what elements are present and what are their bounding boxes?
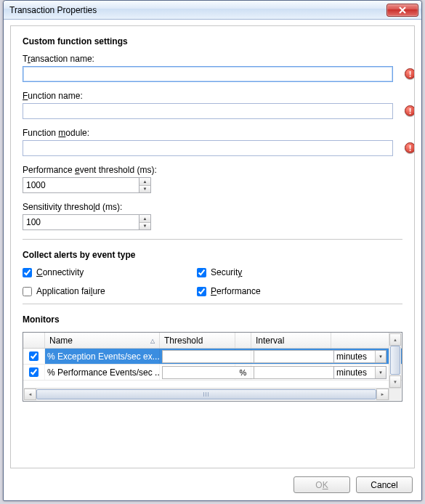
window-title: Transaction Properties: [9, 5, 386, 15]
row-interval-unit-select[interactable]: minutes▼: [333, 350, 386, 363]
table-row[interactable]: % Performance Events/sec ... ▲▼ % ▲▼ min…: [23, 365, 402, 381]
scroll-thumb[interactable]: [36, 389, 376, 399]
col-interval-unit[interactable]: [331, 333, 389, 348]
sensitivity-input[interactable]: [23, 214, 139, 230]
sort-asc-icon: △: [150, 338, 155, 344]
button-bar: OK Cancel: [294, 476, 413, 493]
monitors-grid: Name△ Threshold Interval % Exception Eve…: [23, 332, 402, 402]
scroll-thumb[interactable]: [390, 346, 400, 375]
scroll-up-icon[interactable]: ▲: [389, 333, 401, 346]
security-checkbox[interactable]: Security: [197, 267, 371, 277]
row-name: % Exception Events/sec ex...: [45, 349, 160, 364]
appfail-checkbox[interactable]: Application failure: [23, 286, 197, 296]
chevron-down-icon: ▼: [375, 367, 386, 378]
row-unit: %: [235, 365, 251, 380]
chevron-up-icon[interactable]: ▲: [139, 215, 150, 222]
chevron-down-icon[interactable]: ▼: [139, 185, 150, 193]
scroll-left-icon[interactable]: ◄: [24, 389, 36, 400]
error-icon: !: [405, 142, 415, 153]
divider: [23, 239, 402, 240]
close-button[interactable]: [386, 4, 418, 17]
performance-checkbox[interactable]: Performance: [197, 286, 371, 296]
section-custom-head: Custom function settings: [23, 36, 402, 46]
monitors-hscrollbar[interactable]: ◄ ►: [24, 388, 389, 400]
row-name: % Performance Events/sec ...: [45, 365, 160, 380]
error-icon: !: [405, 68, 415, 79]
function-module-label: Function module:: [23, 128, 402, 138]
row-unit: %: [235, 349, 251, 364]
title-bar[interactable]: Transaction Properties: [4, 1, 421, 20]
section-monitors-head: Monitors: [23, 314, 402, 325]
dialog-window: Transaction Properties Custom function s…: [3, 0, 422, 501]
function-name-input[interactable]: [23, 103, 393, 119]
divider: [23, 304, 402, 304]
scroll-down-icon[interactable]: ▼: [389, 375, 401, 388]
connectivity-checkbox[interactable]: Connectivity: [23, 267, 197, 277]
section-collect-head: Collect alerts by event type: [23, 250, 402, 260]
connectivity-check[interactable]: [23, 268, 32, 277]
col-interval[interactable]: Interval: [251, 333, 331, 348]
cancel-button[interactable]: Cancel: [356, 476, 413, 493]
function-name-label: Function name:: [23, 91, 402, 101]
dialog-content: Custom function settings Transaction nam…: [10, 25, 415, 468]
appfail-check[interactable]: [23, 287, 32, 296]
error-icon: !: [405, 105, 415, 116]
col-threshold[interactable]: Threshold: [160, 333, 235, 348]
function-module-input[interactable]: [23, 140, 393, 156]
scroll-track[interactable]: [389, 346, 401, 375]
col-name[interactable]: Name△: [45, 333, 160, 348]
transaction-name-input[interactable]: [23, 66, 393, 82]
perf-threshold-input[interactable]: [23, 177, 139, 193]
col-check[interactable]: [23, 333, 45, 348]
sensitivity-spinner[interactable]: ▲▼: [139, 214, 151, 230]
scroll-track[interactable]: [36, 389, 376, 400]
performance-check[interactable]: [197, 287, 206, 296]
chevron-down-icon: ▼: [375, 351, 386, 362]
row-interval-unit-select[interactable]: minutes▼: [333, 366, 386, 379]
perf-threshold-spinner[interactable]: ▲▼: [139, 177, 151, 193]
chevron-down-icon[interactable]: ▼: [139, 222, 150, 230]
monitors-header: Name△ Threshold Interval: [23, 333, 402, 349]
transaction-name-label: Transaction name:: [23, 54, 402, 64]
row-check[interactable]: [29, 351, 39, 361]
col-unit[interactable]: [235, 333, 251, 348]
scroll-corner: [389, 388, 401, 400]
chevron-up-icon[interactable]: ▲: [139, 178, 150, 185]
perf-threshold-label: Performance event threshold (ms):: [23, 165, 402, 175]
table-row[interactable]: % Exception Events/sec ex... ▲▼ % ▲▼ min…: [23, 349, 402, 365]
sensitivity-label: Sensitivity threshold (ms):: [23, 202, 402, 212]
ok-button[interactable]: OK: [294, 476, 350, 493]
row-check[interactable]: [29, 367, 39, 377]
scroll-right-icon[interactable]: ►: [376, 389, 389, 400]
security-check[interactable]: [197, 268, 206, 277]
monitors-vscrollbar[interactable]: ▲ ▼: [389, 333, 401, 388]
close-icon: [399, 7, 406, 14]
